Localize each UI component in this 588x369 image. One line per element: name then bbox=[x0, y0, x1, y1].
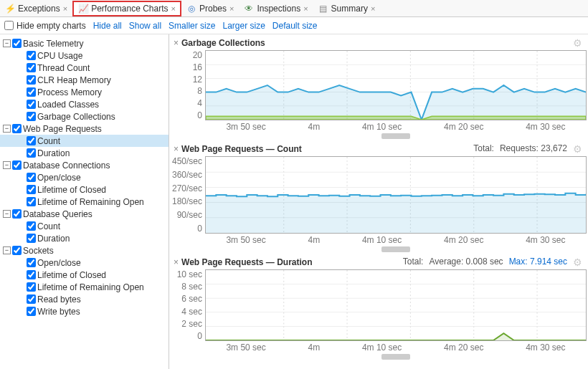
tree-item-label: Lifetime of Closed bbox=[37, 185, 106, 195]
tree-item[interactable]: Duration bbox=[0, 147, 169, 159]
scroll-thumb[interactable] bbox=[381, 246, 410, 252]
y-tick: 2 sec bbox=[181, 319, 202, 329]
tree-item[interactable]: Count bbox=[0, 135, 169, 147]
tree-checkbox[interactable] bbox=[12, 124, 22, 133]
tree-item[interactable]: Read bytes bbox=[0, 293, 169, 305]
tree-group[interactable]: −Basic Telemetry bbox=[0, 37, 169, 49]
tree-item[interactable]: Open/close bbox=[0, 171, 169, 183]
tree-checkbox[interactable] bbox=[27, 173, 36, 182]
tree-item[interactable]: Lifetime of Remaining Open bbox=[0, 281, 169, 293]
close-icon[interactable]: × bbox=[174, 38, 179, 48]
close-icon[interactable]: × bbox=[303, 4, 308, 13]
chart-title: Web Page Requests — Count bbox=[181, 144, 302, 154]
tab-probes[interactable]: ◎Probes× bbox=[181, 1, 239, 16]
close-icon[interactable]: × bbox=[174, 144, 179, 154]
scroll-thumb[interactable] bbox=[381, 354, 410, 360]
hide-empty-input[interactable] bbox=[4, 21, 14, 30]
tab-performance-charts[interactable]: 📈Performance Charts× bbox=[72, 1, 181, 16]
tree-checkbox[interactable] bbox=[27, 185, 36, 194]
tree-checkbox[interactable] bbox=[27, 197, 36, 206]
gear-icon[interactable]: ⚙ bbox=[573, 143, 582, 155]
tree-group[interactable]: −Database Queries bbox=[0, 208, 169, 220]
chart-body: 201612840 bbox=[172, 50, 587, 120]
gear-icon[interactable]: ⚙ bbox=[573, 37, 582, 49]
collapse-icon[interactable]: − bbox=[3, 39, 11, 47]
tree-item[interactable]: Thread Count bbox=[0, 62, 169, 74]
collapse-icon[interactable]: − bbox=[3, 161, 11, 169]
close-icon[interactable]: × bbox=[371, 4, 375, 13]
tree-item[interactable]: Lifetime of Closed bbox=[0, 269, 169, 281]
tree-item[interactable]: Loaded Classes bbox=[0, 98, 169, 110]
chart-plot[interactable] bbox=[205, 156, 587, 234]
tree-group[interactable]: −Database Connections bbox=[0, 159, 169, 171]
tree-checkbox[interactable] bbox=[12, 209, 22, 219]
chart-plot[interactable] bbox=[205, 269, 587, 341]
tree-item[interactable]: CLR Heap Memory bbox=[0, 74, 169, 86]
tree-checkbox[interactable] bbox=[27, 307, 36, 316]
chart-plot[interactable] bbox=[205, 50, 587, 120]
larger-size-link[interactable]: Larger size bbox=[222, 21, 265, 31]
x-axis: 3m 50 sec4m4m 10 sec4m 20 sec4m 30 sec bbox=[172, 120, 587, 132]
smaller-size-link[interactable]: Smaller size bbox=[169, 21, 215, 31]
tree-checkbox[interactable] bbox=[27, 112, 36, 121]
tree-item[interactable]: Count bbox=[0, 220, 169, 232]
tree-item[interactable]: Lifetime of Remaining Open bbox=[0, 196, 169, 208]
tree-checkbox[interactable] bbox=[12, 246, 22, 255]
stat-requests: Requests: 23,672 bbox=[500, 143, 567, 155]
scroll-thumb[interactable] bbox=[381, 133, 410, 139]
close-icon[interactable]: × bbox=[171, 4, 176, 13]
tree-checkbox[interactable] bbox=[27, 51, 36, 60]
tree-checkbox[interactable] bbox=[12, 160, 22, 170]
tree-checkbox[interactable] bbox=[27, 136, 36, 145]
tree-group[interactable]: −Sockets bbox=[0, 244, 169, 257]
x-tick: 4m 20 sec bbox=[444, 342, 483, 353]
stat-total-label: Total: bbox=[473, 143, 494, 155]
tree-item[interactable]: CPU Usage bbox=[0, 49, 169, 62]
tree-item[interactable]: Process Memory bbox=[0, 86, 169, 98]
chart-tree: −Basic TelemetryCPU UsageThread CountCLR… bbox=[0, 34, 169, 369]
x-tick: 3m 50 sec bbox=[226, 122, 265, 132]
tree-checkbox[interactable] bbox=[27, 87, 36, 97]
tab-exceptions[interactable]: ⚡Exceptions× bbox=[0, 1, 72, 16]
gear-icon[interactable]: ⚙ bbox=[573, 257, 582, 268]
x-tick: 4m bbox=[308, 235, 321, 245]
tree-checkbox[interactable] bbox=[27, 221, 36, 231]
hide-all-link[interactable]: Hide all bbox=[93, 21, 122, 31]
tree-item[interactable]: Garbage Collections bbox=[0, 110, 169, 123]
tree-checkbox[interactable] bbox=[27, 234, 36, 243]
tree-item[interactable]: Lifetime of Closed bbox=[0, 183, 169, 196]
tree-item[interactable]: Open/close bbox=[0, 257, 169, 269]
x-tick: 4m 30 sec bbox=[526, 235, 565, 245]
tree-checkbox[interactable] bbox=[12, 39, 22, 48]
collapse-icon[interactable]: − bbox=[3, 210, 11, 218]
y-tick: 0 bbox=[197, 110, 202, 120]
tree-checkbox[interactable] bbox=[27, 75, 36, 85]
tree-item[interactable]: Write bytes bbox=[0, 305, 169, 317]
tree-checkbox[interactable] bbox=[27, 63, 36, 72]
tree-item[interactable]: Duration bbox=[0, 232, 169, 244]
hide-empty-checkbox[interactable]: Hide empty charts bbox=[4, 21, 86, 31]
tree-group-label: Sockets bbox=[23, 246, 54, 256]
tree-group[interactable]: −Web Page Requests bbox=[0, 123, 169, 135]
tree-item-label: Lifetime of Remaining Open bbox=[37, 197, 144, 207]
collapse-icon[interactable]: − bbox=[3, 125, 11, 133]
close-icon[interactable]: × bbox=[63, 4, 67, 13]
tree-checkbox[interactable] bbox=[27, 258, 36, 267]
tree-checkbox[interactable] bbox=[27, 294, 36, 304]
tree-item-label: Duration bbox=[37, 234, 70, 244]
stat-average: Average: 0.008 sec bbox=[429, 257, 503, 268]
default-size-link[interactable]: Default size bbox=[272, 21, 318, 31]
tree-checkbox[interactable] bbox=[27, 100, 36, 109]
tree-checkbox[interactable] bbox=[27, 282, 36, 292]
stat-max[interactable]: Max: 7.914 sec bbox=[509, 257, 567, 268]
close-icon[interactable]: × bbox=[229, 4, 234, 13]
collapse-icon[interactable]: − bbox=[3, 246, 11, 254]
tree-item-label: CPU Usage bbox=[37, 51, 82, 61]
show-all-link[interactable]: Show all bbox=[129, 21, 161, 31]
close-icon[interactable]: × bbox=[174, 257, 179, 267]
tree-item-label: Garbage Collections bbox=[37, 112, 115, 122]
tree-checkbox[interactable] bbox=[27, 148, 36, 158]
tab-inspections[interactable]: 👁Inspections× bbox=[239, 1, 313, 16]
tree-checkbox[interactable] bbox=[27, 270, 36, 279]
tab-summary[interactable]: ▤Summary× bbox=[313, 1, 381, 16]
